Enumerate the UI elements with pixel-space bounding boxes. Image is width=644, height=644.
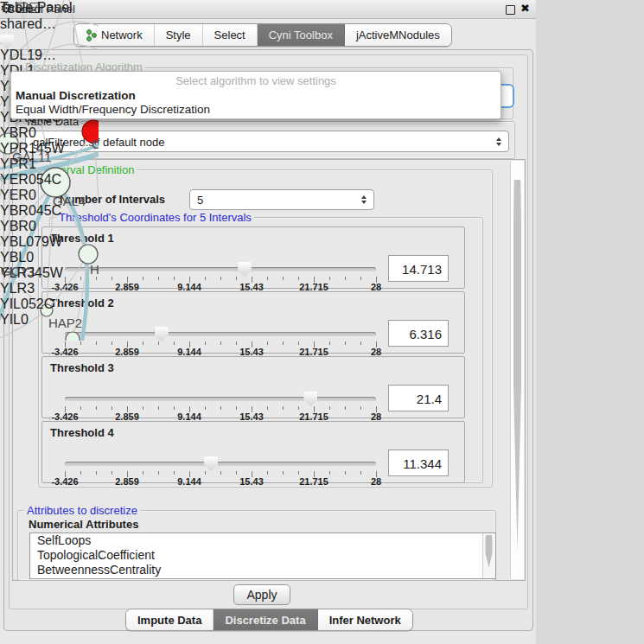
- slider-tick: [96, 406, 97, 410]
- attributes-scrollbar-thumb[interactable]: [486, 535, 493, 568]
- slider-tick: [267, 406, 268, 410]
- cell-shared-name[interactable]: YIL052C: [0, 296, 65, 312]
- slider-tick: [205, 471, 206, 475]
- table-row[interactable]: YBR045CYBR0: [0, 203, 65, 234]
- threshold-4-value-field[interactable]: 11.344: [388, 450, 449, 476]
- network-view-window: [538, 0, 644, 387]
- slider-tick: [283, 406, 284, 410]
- cell-name[interactable]: YLR3: [0, 281, 65, 296]
- tab-style[interactable]: Style: [155, 24, 203, 46]
- slider-tick: [345, 277, 346, 280]
- tab-cyni-toolbox[interactable]: Cyni Toolbox: [258, 24, 345, 46]
- checkbox-icons[interactable]: ☑☑: [16, 1, 41, 16]
- algorithm-option-equal-width[interactable]: Equal Width/Frequency Discretization: [16, 103, 210, 116]
- threshold-2-slider[interactable]: [65, 332, 376, 336]
- attribute-list-item[interactable]: TopologicalCoefficient: [30, 548, 495, 563]
- cell-shared-name[interactable]: YBL079W: [0, 234, 65, 250]
- table-panel-toolbar: ⚙ ☑☑: [0, 0, 65, 16]
- vertical-scrollbar-thumb[interactable]: [513, 180, 521, 552]
- threshold-3-value-field[interactable]: 21.4: [388, 385, 449, 411]
- node-h[interactable]: [79, 245, 98, 264]
- tab-style-label: Style: [166, 29, 191, 41]
- table-row[interactable]: YER054CYER0: [0, 172, 65, 203]
- slider-scale-label: 28: [371, 476, 381, 487]
- threshold-3-slider[interactable]: [65, 397, 376, 401]
- tab-jactivemnodules-label: jActiveMNodules: [356, 29, 440, 41]
- threshold-2-panel: Threshold 2 -3.4262.8599.14415.4321.7152…: [41, 291, 465, 354]
- table-row[interactable]: YPR145WYPR1: [0, 141, 65, 172]
- attributes-title: Attributes to discretize: [24, 504, 140, 517]
- slider-tick: [267, 341, 268, 345]
- slider-tick: [112, 277, 112, 280]
- slider-tick: [112, 471, 112, 475]
- slider-tick: [283, 277, 284, 280]
- attribute-list-item[interactable]: SelfLoops: [30, 533, 495, 548]
- node-bottom-partial[interactable]: [66, 332, 80, 341]
- tab-jactivemnodules[interactable]: jActiveMNodules: [345, 24, 451, 46]
- tab-cyni-toolbox-label: Cyni Toolbox: [269, 29, 333, 41]
- numerical-attributes-list[interactable]: SelfLoopsTopologicalCoefficientBetweenne…: [29, 532, 496, 579]
- slider-tick: [143, 277, 143, 280]
- tab-select[interactable]: Select: [203, 24, 258, 46]
- slider-tick: [158, 277, 159, 280]
- spinner-arrows-icon: [496, 137, 501, 146]
- tab-impute-data[interactable]: Impute Data: [126, 609, 214, 630]
- algorithm-dropdown-popup: Select algorithm to view settings Manual…: [10, 71, 501, 119]
- column-header-shared-name[interactable]: shared…: [0, 16, 65, 32]
- slider-tick: [345, 341, 346, 345]
- cell-shared-name[interactable]: YBR045C: [0, 203, 65, 219]
- slider-tick: [360, 471, 361, 475]
- cell-name[interactable]: YBR0: [0, 219, 65, 234]
- cell-name[interactable]: YIL0: [0, 312, 65, 328]
- vertical-scrollbar[interactable]: [510, 161, 524, 579]
- cell-shared-name[interactable]: YDL19…: [0, 48, 65, 63]
- slider-tick: [329, 277, 330, 280]
- cell-name[interactable]: YBR0: [0, 125, 65, 141]
- threshold-4-slider[interactable]: [65, 462, 376, 466]
- node-table[interactable]: shared… n YDL19…YDL1YDR27…YDR2YBR043CYBR…: [0, 16, 65, 328]
- tab-discretize-data[interactable]: Discretize Data: [214, 609, 317, 630]
- cell-name[interactable]: YER0: [0, 188, 65, 203]
- threshold-1-slider[interactable]: [65, 267, 376, 271]
- slider-scale-label: 9.144: [177, 476, 201, 487]
- slider-tick: [143, 406, 143, 410]
- threshold-3-slider-thumb[interactable]: [303, 392, 317, 406]
- table-row[interactable]: YIL052CYIL0: [0, 296, 65, 328]
- threshold-1-panel: Threshold 1 -3.4262.8599.14415.4321.7152…: [41, 226, 465, 289]
- tab-infer-network[interactable]: Infer Network: [318, 609, 412, 630]
- slider-tick: [220, 277, 221, 280]
- tab-infer-network-label: Infer Network: [329, 614, 401, 627]
- slider-tick: [220, 341, 221, 345]
- num-intervals-combobox[interactable]: 5: [189, 189, 374, 210]
- slider-tick: [112, 341, 112, 345]
- cell-name[interactable]: YBL0: [0, 250, 65, 265]
- attribute-list-item[interactable]: BetweennessCentrality: [30, 563, 495, 577]
- apply-button[interactable]: Apply: [233, 584, 290, 605]
- table-row[interactable]: YBL079WYBL0: [0, 234, 65, 265]
- threshold-4-slider-thumb[interactable]: [204, 456, 218, 471]
- threshold-1-value-field[interactable]: 14.713: [388, 255, 449, 282]
- threshold-2-value-field[interactable]: 6.316: [388, 320, 449, 347]
- gear-icon[interactable]: ⚙: [0, 1, 12, 16]
- cell-shared-name[interactable]: YER054C: [0, 172, 65, 188]
- cell-name[interactable]: YPR1: [0, 156, 65, 172]
- threshold-2-slider-thumb[interactable]: [155, 327, 169, 341]
- slider-tick: [220, 406, 221, 410]
- slider-tick: [158, 406, 159, 410]
- slider-scale-label: -3.426: [51, 476, 78, 487]
- close-icon[interactable]: ✖: [520, 2, 530, 15]
- table-row[interactable]: YLR345WYLR3: [0, 265, 65, 296]
- slider-tick: [174, 471, 175, 475]
- algorithm-option-manual[interactable]: Manual Discretization: [16, 89, 136, 102]
- slider-tick: [298, 471, 299, 475]
- slider-tick: [298, 406, 299, 410]
- slider-tick: [143, 471, 143, 475]
- slider-tick: [80, 406, 81, 410]
- attributes-scrollbar[interactable]: [482, 533, 495, 578]
- threshold-1-slider-thumb[interactable]: [238, 262, 252, 277]
- float-window-icon[interactable]: [506, 5, 515, 15]
- cell-shared-name[interactable]: YLR345W: [0, 265, 65, 281]
- slider-tick: [267, 277, 268, 280]
- cell-shared-name[interactable]: YPR145W: [0, 141, 65, 156]
- threshold-4-scale: -3.4262.8599.14415.4321.71528: [65, 476, 376, 487]
